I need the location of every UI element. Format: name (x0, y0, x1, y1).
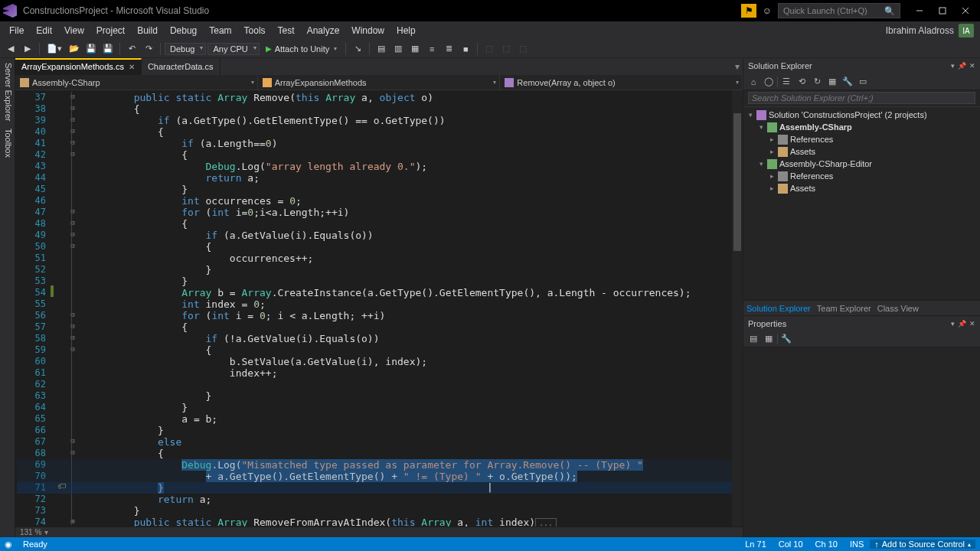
doc-tab[interactable]: ArrayExpansionMethods.cs✕ (15, 58, 142, 75)
menu-file[interactable]: File (3, 23, 30, 38)
menu-tools[interactable]: Tools (238, 23, 272, 38)
server-explorer-tab[interactable]: Server Explorer (2, 63, 13, 121)
nav-project-combo[interactable]: Assembly-CSharp (15, 75, 258, 90)
indent-button[interactable]: ≣ (441, 42, 456, 55)
zoom-dropdown-icon[interactable]: ▾ (44, 528, 48, 536)
misc-button-2[interactable]: ⬚ (498, 42, 514, 55)
comment-button[interactable]: ▤ (374, 42, 389, 55)
tab-class-view[interactable]: Class View (877, 304, 919, 313)
uncomment-button[interactable]: ▥ (390, 42, 406, 55)
open-button[interactable]: 📂 (67, 42, 82, 55)
tree-node[interactable]: ▸Assets (743, 182, 980, 194)
start-label: Attach to Unity (275, 44, 330, 54)
left-tool-strip[interactable]: Server Explorer Toolbox (0, 58, 15, 537)
add-source-control-button[interactable]: ↑ Add to Source Control ▴ (870, 540, 975, 549)
props-pin-icon[interactable]: 📌 (958, 320, 966, 328)
nav-back-button[interactable]: ◀ (3, 42, 18, 55)
toggle-button[interactable]: ■ (458, 43, 473, 55)
menu-view[interactable]: View (58, 23, 90, 38)
tree-node[interactable]: ▸References (743, 133, 980, 145)
close-tab-icon[interactable]: ✕ (129, 63, 135, 71)
config-selector[interactable]: Debug (165, 43, 206, 55)
menu-project[interactable]: Project (90, 23, 131, 38)
menu-team[interactable]: Team (203, 23, 237, 38)
nav-method-combo[interactable]: Remove(Array a, object o) (500, 75, 743, 90)
notification-flag-icon[interactable]: ⚑ (741, 4, 756, 18)
undo-button[interactable]: ↶ (124, 42, 139, 55)
se-properties-button[interactable]: 🔧 (841, 75, 854, 89)
user-avatar-badge[interactable]: IA (959, 24, 974, 37)
main-toolbar: ◀ ▶ 📄▾ 📂 💾 💾 ↶ ↷ Debug Any CPU ▶ Attach … (0, 40, 980, 58)
se-home-button[interactable]: ⌂ (746, 75, 760, 89)
play-icon: ▶ (266, 44, 272, 53)
menu-window[interactable]: Window (345, 23, 390, 38)
redo-button[interactable]: ↷ (141, 42, 156, 55)
minimize-button[interactable] (908, 2, 931, 19)
tab-team-explorer[interactable]: Team Explorer (817, 304, 871, 313)
close-button[interactable] (954, 2, 977, 19)
menu-debug[interactable]: Debug (164, 23, 203, 38)
new-project-button[interactable]: 📄▾ (44, 42, 65, 55)
se-refresh-button[interactable]: ↻ (810, 75, 824, 89)
method-icon (505, 78, 514, 87)
save-all-button[interactable]: 💾 (100, 42, 116, 55)
bookmark-button[interactable]: ▦ (407, 42, 423, 55)
tab-solution-explorer[interactable]: Solution Explorer (746, 304, 811, 313)
code-content[interactable]: | public static Array Remove(this Array … (78, 90, 732, 527)
tree-node[interactable]: ▸References (743, 170, 980, 182)
solution-tree[interactable]: ▾Solution 'ConstructionsProject' (2 proj… (743, 107, 980, 300)
props-close-icon[interactable]: ✕ (969, 320, 975, 328)
props-categorized-button[interactable]: ▤ (746, 332, 760, 346)
menu-edit[interactable]: Edit (30, 23, 58, 38)
se-showall-button[interactable]: ▦ (825, 75, 839, 89)
tree-node[interactable]: ▾Assembly-CSharp-Editor (743, 158, 980, 170)
panel-pin-icon[interactable]: 📌 (958, 62, 966, 70)
panel-close-icon[interactable]: ✕ (969, 62, 975, 70)
navigation-bar: Assembly-CSharp ArrayExpansionMethods Re… (15, 75, 743, 90)
solution-icon (756, 110, 766, 120)
maximize-button[interactable] (931, 2, 954, 19)
se-back-button[interactable]: ◯ (762, 75, 776, 89)
panel-menu-icon[interactable]: ▾ (951, 62, 955, 70)
solution-explorer-search[interactable] (743, 90, 980, 107)
scrollbar-thumb[interactable] (733, 113, 741, 251)
tab-overflow-button[interactable]: ▾ (735, 61, 740, 72)
feedback-icon[interactable]: ☺ (760, 4, 775, 18)
menu-test[interactable]: Test (272, 23, 301, 38)
start-debug-button[interactable]: ▶ Attach to Unity ▾ (261, 43, 342, 55)
se-search-input[interactable] (748, 92, 975, 104)
props-alpha-button[interactable]: ▦ (762, 332, 776, 346)
vertical-scrollbar[interactable] (732, 90, 743, 527)
editor-footer: 131 % ▾ (15, 527, 743, 537)
tree-node[interactable]: ▸Assets (743, 145, 980, 158)
quick-launch-input[interactable]: Quick Launch (Ctrl+Q) 🔍 (778, 3, 900, 18)
props-menu-icon[interactable]: ▾ (951, 320, 955, 328)
props-pages-button[interactable]: 🔧 (779, 332, 793, 346)
menu-build[interactable]: Build (131, 23, 164, 38)
se-collapse-button[interactable]: ☰ (779, 75, 793, 89)
toolbox-tab[interactable]: Toolbox (2, 129, 13, 158)
tree-node[interactable]: ▾Assembly-CSharp (743, 121, 980, 133)
status-col: Col 10 (773, 540, 809, 549)
misc-button-1[interactable]: ⬚ (482, 42, 497, 55)
code-editor[interactable]: 3738394041424344454647484950515253545556… (15, 90, 743, 527)
doc-tab[interactable]: CharacterData.cs (142, 58, 220, 75)
menu-analyze[interactable]: Analyze (301, 23, 346, 38)
user-name[interactable]: Ibrahim Aladross (886, 25, 954, 36)
step-into-button[interactable]: ↘ (350, 42, 365, 55)
misc-button-3[interactable]: ⬚ (515, 42, 531, 55)
menu-help[interactable]: Help (390, 23, 422, 38)
prj-icon (767, 122, 777, 132)
nav-fwd-button[interactable]: ▶ (20, 42, 35, 55)
se-preview-button[interactable]: ▭ (856, 75, 870, 89)
nav-class-combo[interactable]: ArrayExpansionMethods (258, 75, 501, 90)
status-indicator-icon: ◉ (5, 540, 12, 549)
se-sync-button[interactable]: ⟲ (795, 75, 808, 89)
solution-root[interactable]: ▾Solution 'ConstructionsProject' (2 proj… (743, 109, 980, 121)
platform-selector[interactable]: Any CPU (207, 43, 259, 55)
outdent-button[interactable]: ≡ (424, 43, 439, 55)
status-ready: Ready (17, 540, 54, 549)
save-button[interactable]: 💾 (83, 42, 99, 55)
zoom-level[interactable]: 131 % (20, 528, 41, 536)
solution-explorer-title: Solution Explorer ▾ 📌 ✕ (743, 58, 980, 73)
